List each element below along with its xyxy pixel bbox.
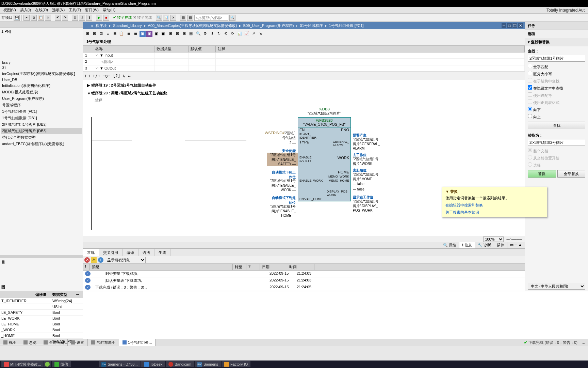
tool-a-icon[interactable]: 🔍 (156, 15, 162, 21)
redo-icon[interactable]: ↷ (62, 15, 68, 21)
et-btn[interactable]: ▣ (160, 31, 166, 37)
tree-item[interactable]: 31 (1, 65, 82, 71)
view-tab-active[interactable]: 1号气缸组处... (119, 339, 156, 346)
task-item[interactable]: Factory IO (222, 361, 250, 367)
comment-label[interactable]: 注释 (84, 97, 523, 104)
et-btn[interactable]: ⊞ (181, 31, 187, 37)
lad-coil-icon[interactable]: ─○─ (103, 74, 110, 78)
props-row[interactable]: LE_WORKBool (0, 316, 83, 321)
et-btn[interactable]: ↘ (257, 31, 263, 37)
tree-item[interactable]: andard_FBFC(标准程序块)(无需修改) (1, 141, 82, 147)
undo-icon[interactable]: ↶ (55, 15, 61, 21)
task-item[interactable]: Bandicam (166, 361, 194, 367)
menu-tools[interactable]: 工具(T) (67, 7, 83, 13)
restore-icon[interactable]: ❐ (512, 23, 517, 28)
resizer[interactable] (0, 255, 83, 258)
tree-item[interactable]: 1号气缸组数据 [DB1] (1, 115, 82, 121)
stop-icon[interactable]: ■ (103, 15, 109, 21)
tooltip-link[interactable]: 在编辑器中搜索和替换 (445, 203, 543, 208)
msg-row[interactable]: ✓ 下载完成 (错误：0；警告：0) 。 2022-09-15 21:24:05 (83, 284, 525, 291)
props-row[interactable]: T_IDENTIFIERWString[24] (0, 298, 83, 304)
upload-icon[interactable]: ⬆ (86, 15, 92, 21)
crumb[interactable]: 1号气缸组处理 [FC1] (328, 23, 365, 28)
info-tab[interactable]: 语法 (138, 249, 154, 256)
et-btn[interactable]: 📊 (237, 31, 243, 37)
view-tab[interactable]: 总览 (20, 339, 40, 346)
radio-down[interactable]: 向下 (528, 106, 585, 113)
prop-tab[interactable]: 🔍 属性 (440, 242, 459, 248)
prop-tab[interactable]: 🔧 诊断 (475, 242, 494, 248)
fb-input[interactable]: WSTRING#'2区域1号气缸组 (264, 131, 298, 140)
et-btn[interactable]: 📋 (118, 31, 125, 37)
et-btn[interactable]: ↗ (250, 31, 257, 37)
menu-view[interactable]: 视图(V) (1, 7, 18, 13)
tree-item[interactable]: 号区域程序 (1, 102, 82, 108)
view-tab[interactable]: 全局画面 (40, 339, 68, 346)
paste-icon[interactable]: 📋 (38, 15, 44, 21)
tree-item[interactable]: terCopies(主程序块)[根据现场实际情况修改] (1, 71, 82, 77)
fb-input[interactable]: 2 — (290, 141, 298, 145)
et-btn[interactable]: ⬇ (209, 31, 215, 37)
et-btn[interactable]: ⚙ (202, 31, 208, 37)
fb-output[interactable]: "2区域气缸组1号阀片".HOME (351, 172, 378, 182)
props-row[interactable]: USInt (0, 304, 83, 310)
fb-output[interactable]: "2区域气缸组1号阀片".DISPLAY_POS_WORK (351, 199, 378, 212)
find-input[interactable] (528, 55, 585, 62)
et-btn[interactable]: ↻ (216, 31, 222, 37)
menu-window[interactable]: 窗口(W) (83, 7, 101, 13)
fb-output[interactable]: "2区域气缸组1号阀片".GENERAL_ALARM (351, 137, 380, 150)
close-icon[interactable]: ✕ (518, 23, 523, 28)
zoom-select[interactable]: 100% (483, 236, 504, 242)
tree-item[interactable]: 替代安全型数据类型 (1, 134, 82, 141)
network-19-header[interactable]: ▶ 程序段 19 : 2号区域2号气缸组自动条件 (84, 81, 523, 89)
et-btn[interactable]: ⊞ (167, 31, 174, 37)
interface-row[interactable]: 3 ☜ ▼ Output (83, 65, 525, 72)
tree-item[interactable]: brary (1, 60, 82, 65)
cut-icon[interactable]: ✂ (23, 15, 30, 21)
tree-item[interactable]: 2区域气缸组1号阀片 [DB2] (1, 121, 82, 128)
props-row[interactable]: LE_HOMEBool (0, 321, 83, 327)
interface-row[interactable]: 1 ☜ ▼ Input (83, 52, 525, 59)
props-row[interactable]: _WORKBool (0, 327, 83, 333)
replace-button[interactable]: 替换 (528, 170, 556, 178)
chk-whole-word[interactable]: 全字匹配 (528, 63, 585, 70)
fb-input[interactable]: "2区域气缸组1号阀片".ENABLE_WORK — (267, 179, 298, 192)
menu-insert[interactable]: 插入(I) (18, 7, 33, 13)
et-btn[interactable]: ▣ (146, 31, 152, 37)
warning-filter-icon[interactable]: ⚠ (91, 257, 97, 263)
save-project-button[interactable]: 存项目 (1, 15, 13, 20)
fb-call-box[interactable]: %FB2520 "VALVE_1TO8_POS_FB" ENENO PLANT_… (298, 117, 351, 201)
view-tab[interactable]: 视图 (0, 339, 20, 346)
menu-options[interactable]: 选项(N) (50, 7, 67, 13)
save-icon[interactable]: 💾 (14, 15, 20, 21)
split-v-icon[interactable]: ▤ (187, 15, 193, 21)
lad-box-icon[interactable]: [?] (113, 74, 120, 78)
task-item[interactable]: 微信 (52, 361, 71, 367)
lad-branch-icon[interactable]: ↳ (123, 74, 126, 78)
menu-help[interactable]: 帮助(H) (101, 7, 117, 13)
et-btn[interactable]: ⊞ (112, 31, 118, 37)
crumb[interactable]: A00_MasterCopies(主程序块)(根据现场实际情况修改) (147, 23, 239, 28)
error-filter-icon[interactable]: ✕ (84, 257, 90, 263)
lad-jump-icon[interactable]: ↦ (128, 74, 131, 78)
et-btn[interactable]: ☰ (133, 31, 139, 37)
crumb[interactable]: 程序块 (94, 23, 108, 28)
language-select[interactable]: 中文 (中华人民共和国) (528, 283, 585, 290)
copy-icon[interactable]: ⧉ (31, 15, 37, 21)
lad-contact-icon[interactable]: ⊢⊣ (85, 74, 90, 78)
interface-row[interactable]: 2 <新增> (83, 59, 525, 65)
compile-icon[interactable]: ⚙ (72, 15, 78, 21)
task-item[interactable]: PLCSiemens (195, 361, 221, 367)
fb-output[interactable]: — false (351, 182, 364, 186)
crumb[interactable]: B09_User_Program(用户程序) (242, 23, 295, 28)
tree-item[interactable]: User_Program(用户程序) (1, 95, 82, 102)
maximize-icon[interactable]: □ (507, 23, 512, 28)
et-btn[interactable]: ⊡ (98, 31, 104, 37)
view-tab[interactable]: 气缸布局图 (88, 339, 119, 346)
props-row[interactable]: _HOMEBool (0, 333, 83, 339)
msg-row[interactable]: ✓ 默认变量表 '下载成功。 2022-09-15 21:24:03 (83, 277, 525, 284)
download-icon[interactable]: ⬇ (79, 15, 85, 21)
fb-input[interactable]: "2区域气缸组1号阀片".ENABLE_HOME — (267, 204, 298, 217)
et-btn[interactable]: 📈 (244, 31, 250, 37)
prop-tab[interactable]: 插件 (494, 242, 507, 248)
